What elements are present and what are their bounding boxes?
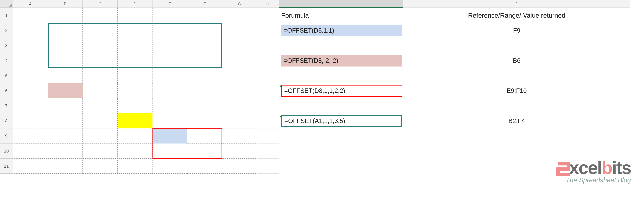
cell-A3[interactable]	[13, 38, 48, 53]
cell-J6[interactable]: E9:F10	[403, 87, 630, 94]
cell-D11[interactable]	[118, 159, 152, 174]
cell-E11[interactable]	[152, 159, 187, 174]
cell-G11[interactable]	[222, 159, 257, 174]
cell-A10[interactable]	[13, 143, 48, 159]
cell-I2[interactable]: =OFFSET(D8,1,1)	[279, 25, 403, 36]
cell-C3[interactable]	[83, 38, 118, 53]
cell-I8[interactable]: =OFFSET(A1,1,1,3,5)	[279, 115, 403, 127]
cell-G9[interactable]	[222, 128, 257, 143]
cell-C11[interactable]	[83, 159, 118, 174]
cell-F9[interactable]	[187, 128, 222, 143]
col-header-E[interactable]: E	[152, 0, 187, 8]
cell-B4[interactable]	[48, 53, 83, 68]
cell-D10[interactable]	[118, 143, 152, 159]
cell-D2[interactable]	[118, 23, 152, 38]
cell-G6[interactable]	[222, 83, 257, 98]
cell-G4[interactable]	[222, 53, 257, 68]
row-header-11[interactable]: 11	[0, 159, 13, 174]
col-header-J[interactable]: J	[403, 0, 630, 8]
cell-B8[interactable]	[48, 113, 83, 128]
col-header-D[interactable]: D	[118, 0, 152, 8]
col-header-G[interactable]: G	[222, 0, 257, 8]
cell-J4[interactable]: B6	[403, 57, 630, 64]
cell-H7[interactable]	[257, 98, 279, 113]
cell-J2[interactable]: F9	[403, 27, 630, 34]
cell-C6[interactable]	[83, 83, 118, 98]
cell-E7[interactable]	[152, 98, 187, 113]
cell-C4[interactable]	[83, 53, 118, 68]
cell-F10[interactable]	[187, 143, 222, 159]
row-header-4[interactable]: 4	[0, 53, 13, 68]
row-header-5[interactable]: 5	[0, 68, 13, 83]
cell-H6[interactable]	[257, 83, 279, 98]
col-header-A[interactable]: A	[13, 0, 48, 8]
col-header-F[interactable]: F	[187, 0, 222, 8]
cell-B5[interactable]	[48, 68, 83, 83]
cell-F7[interactable]	[187, 98, 222, 113]
cell-D7[interactable]	[118, 98, 152, 113]
row-header-8[interactable]: 8	[0, 113, 13, 128]
row-header-6[interactable]: 6	[0, 83, 13, 98]
cell-B1[interactable]	[48, 8, 83, 23]
cell-C2[interactable]	[83, 23, 118, 38]
cell-E6[interactable]	[152, 83, 187, 98]
cell-D3[interactable]	[118, 38, 152, 53]
cell-E3[interactable]	[152, 38, 187, 53]
cell-A7[interactable]	[13, 98, 48, 113]
cell-G8[interactable]	[222, 113, 257, 128]
cell-A5[interactable]	[13, 68, 48, 83]
cell-B9[interactable]	[48, 128, 83, 143]
cell-C1[interactable]	[83, 8, 118, 23]
cell-J1-header[interactable]: Reference/Range/ Value returned	[403, 12, 630, 19]
cell-I1-header[interactable]: Forumula	[279, 12, 403, 19]
cell-B10[interactable]	[48, 143, 83, 159]
cell-C7[interactable]	[83, 98, 118, 113]
cell-A9[interactable]	[13, 128, 48, 143]
cell-A4[interactable]	[13, 53, 48, 68]
cell-G3[interactable]	[222, 38, 257, 53]
cell-H10[interactable]	[257, 143, 279, 159]
cell-D8[interactable]	[118, 113, 152, 128]
cell-A6[interactable]	[13, 83, 48, 98]
cell-I4[interactable]: =OFFSET(D8,-2,-2)	[279, 55, 403, 67]
cell-H8[interactable]	[257, 113, 279, 128]
cell-F11[interactable]	[187, 159, 222, 174]
cell-B6[interactable]	[48, 83, 83, 98]
cell-H3[interactable]	[257, 38, 279, 53]
cell-E8[interactable]	[152, 113, 187, 128]
cell-C9[interactable]	[83, 128, 118, 143]
cell-A1[interactable]	[13, 8, 48, 23]
cell-H11[interactable]	[257, 159, 279, 174]
cell-G10[interactable]	[222, 143, 257, 159]
row-header-1[interactable]: 1	[0, 8, 13, 23]
cell-A11[interactable]	[13, 159, 48, 174]
cell-F4[interactable]	[187, 53, 222, 68]
cell-A2[interactable]	[13, 23, 48, 38]
col-header-I[interactable]: I	[279, 0, 403, 8]
cell-H5[interactable]	[257, 68, 279, 83]
cell-E9[interactable]	[152, 128, 187, 143]
cell-E10[interactable]	[152, 143, 187, 159]
cell-H2[interactable]	[257, 23, 279, 38]
row-header-7[interactable]: 7	[0, 98, 13, 113]
cell-B7[interactable]	[48, 98, 83, 113]
cell-F6[interactable]	[187, 83, 222, 98]
cell-D6[interactable]	[118, 83, 152, 98]
row-header-10[interactable]: 10	[0, 143, 13, 159]
cell-D1[interactable]	[118, 8, 152, 23]
cell-G1[interactable]	[222, 8, 257, 23]
cell-H9[interactable]	[257, 128, 279, 143]
col-header-B[interactable]: B	[48, 0, 83, 8]
cell-G7[interactable]	[222, 98, 257, 113]
cell-F1[interactable]	[187, 8, 222, 23]
row-header-3[interactable]: 3	[0, 38, 13, 53]
cell-F8[interactable]	[187, 113, 222, 128]
cell-C10[interactable]	[83, 143, 118, 159]
col-header-H[interactable]: H	[257, 0, 279, 8]
cell-B11[interactable]	[48, 159, 83, 174]
row-header-2[interactable]: 2	[0, 23, 13, 38]
cell-E2[interactable]	[152, 23, 187, 38]
cell-F5[interactable]	[187, 68, 222, 83]
cell-C8[interactable]	[83, 113, 118, 128]
col-header-C[interactable]: C	[83, 0, 118, 8]
